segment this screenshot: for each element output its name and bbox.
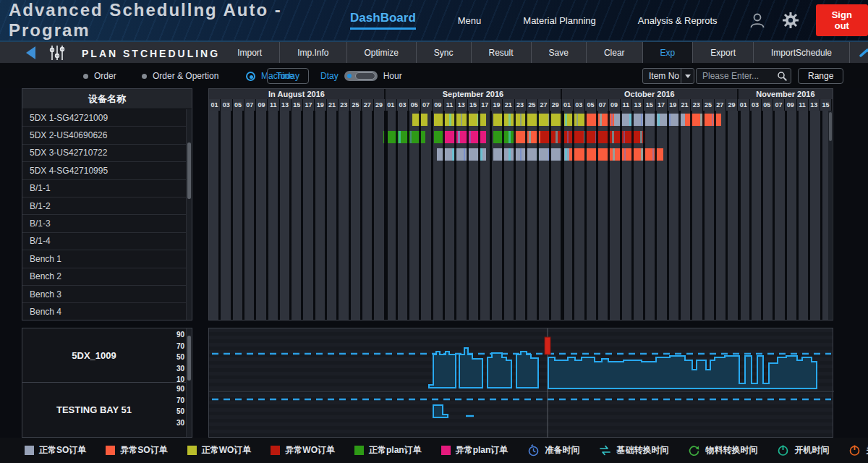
radio-machine-dot[interactable]: [246, 72, 255, 81]
y-axis-tick: 70: [176, 396, 184, 404]
day-label: 11: [444, 99, 456, 111]
gantt-bar-so_normal[interactable]: [493, 148, 569, 161]
toolbar-buttons: Import Imp.Info Optimize Sync Result Sav…: [220, 42, 868, 63]
so_normal-swatch: [25, 446, 34, 455]
gantt-bar-so_normal[interactable]: [437, 148, 486, 161]
gantt-bar-plan_normal[interactable]: [383, 131, 425, 143]
day-label: 29: [726, 99, 738, 111]
nav-menu[interactable]: Menu: [458, 15, 482, 26]
day-label: 09: [785, 99, 796, 111]
device-row[interactable]: Bench 4: [22, 303, 186, 320]
gantt-bar-plan_normal[interactable]: [493, 131, 514, 143]
day-label: 07: [421, 99, 433, 111]
utilization-step-area: [548, 356, 817, 388]
month-label: October 2016: [562, 89, 739, 99]
radio-order[interactable]: Order: [83, 64, 116, 88]
month-label: In August 2016: [209, 89, 386, 99]
radio-order-operation-dot[interactable]: [142, 74, 147, 79]
device-row[interactable]: B/1-4: [22, 233, 186, 250]
day-label: 05: [762, 99, 773, 111]
filter-bar: Order Order & Opertion Machine Today Dta…: [0, 64, 868, 88]
optimize-button[interactable]: Optimize: [346, 42, 416, 63]
device-row[interactable]: Bench 2: [22, 268, 186, 286]
sign-out-button[interactable]: Sign out: [816, 4, 868, 36]
search-icon[interactable]: [777, 71, 788, 85]
nav-dashboard[interactable]: DashBoard: [350, 11, 416, 30]
gantt-scrollbar[interactable]: [828, 111, 833, 320]
collapse-chevron-up-icon[interactable]: [849, 42, 868, 63]
imp-info-button[interactable]: Imp.Info: [279, 42, 346, 63]
y-axis-tick: 30: [176, 419, 184, 427]
day-label: 09: [433, 99, 444, 111]
device-panel: 设备名称 5DX 1-SG427210095DX 2-US406906265DX…: [22, 88, 192, 320]
gantt-bar-wo_normal[interactable]: [434, 114, 486, 126]
toggle-knob[interactable]: [355, 72, 375, 80]
sliders-icon[interactable]: [48, 45, 66, 63]
main-nav: DashBoard Menu Material Planning Analysi…: [350, 11, 718, 30]
device-row[interactable]: 5DX 4-SG42710995: [22, 162, 186, 179]
utilization-scrollbar[interactable]: [186, 328, 192, 437]
exp-button[interactable]: Exp: [642, 42, 693, 63]
day-label: 05: [585, 99, 597, 111]
radio-order-dot[interactable]: [83, 74, 88, 79]
device-row[interactable]: Bench 3: [22, 286, 186, 303]
device-scrollbar-thumb[interactable]: [187, 143, 191, 199]
toggle-right-label: Hour: [383, 71, 402, 81]
device-row[interactable]: B/1-1: [22, 180, 186, 197]
import-schedule-button[interactable]: ImportSchedule: [753, 42, 849, 63]
today-button[interactable]: Today: [267, 68, 309, 84]
item-no-dropdown-value: Item No: [643, 71, 679, 81]
device-row[interactable]: B/1-3: [22, 215, 186, 232]
user-icon[interactable]: [748, 11, 767, 30]
export-button[interactable]: Export: [692, 42, 753, 63]
import-button[interactable]: Import: [220, 42, 279, 63]
clock-icon: [527, 444, 540, 456]
save-button[interactable]: Save: [531, 42, 586, 63]
day-hour-toggle[interactable]: [344, 71, 378, 81]
nav-analysis-reports[interactable]: Analysis & Reprots: [638, 15, 718, 26]
result-button[interactable]: Result: [471, 42, 531, 63]
gantt-bar-so_error[interactable]: [569, 148, 663, 161]
gantt-bar-wo_normal[interactable]: [412, 114, 427, 126]
gantt-bar-so_normal[interactable]: [614, 114, 684, 126]
gantt-bar-plan_normal[interactable]: [434, 131, 443, 143]
gantt-bar-so_error[interactable]: [584, 114, 614, 126]
day-label: 07: [773, 99, 785, 111]
gantt-bar-so_error[interactable]: [685, 114, 721, 126]
device-row[interactable]: 5DX 3-US42710722: [22, 145, 186, 162]
range-button[interactable]: Range: [798, 68, 843, 84]
settings-gear-icon[interactable]: [781, 11, 800, 30]
device-row[interactable]: 5DX 1-SG42721009: [22, 109, 186, 127]
sync-button[interactable]: Sync: [416, 42, 471, 63]
day-label: 01: [386, 99, 397, 111]
day-label: 03: [397, 99, 409, 111]
device-row[interactable]: 5DX 2-US40690626: [22, 127, 186, 144]
legend-item: 异常WO订单: [271, 444, 335, 456]
gantt-bar-plan_error[interactable]: [443, 131, 485, 143]
day-label: 29: [550, 99, 561, 111]
day-label: 23: [339, 99, 350, 111]
back-arrow-icon[interactable]: [26, 46, 35, 59]
gantt-bar-so_error[interactable]: [514, 131, 540, 143]
day-label: 25: [527, 99, 538, 111]
device-row[interactable]: B/1-2: [22, 197, 186, 215]
item-no-dropdown[interactable]: Item No: [642, 68, 694, 84]
nav-material-planning[interactable]: Material Planning: [523, 15, 595, 26]
y-axis-tick: 50: [176, 353, 184, 361]
gantt-bar-wo_error[interactable]: [540, 131, 646, 143]
device-row[interactable]: Bench 1: [22, 250, 186, 268]
radio-order-operation[interactable]: Order & Opertion: [142, 64, 218, 88]
dropdown-chevron-icon[interactable]: [681, 69, 694, 83]
gantt-bar-wo_normal[interactable]: [493, 114, 584, 126]
toggle-left-label: Dtay: [320, 71, 339, 81]
so_error-swatch: [106, 446, 115, 455]
utilization-scrollbar-thumb[interactable]: [187, 336, 191, 381]
legend-item: 基础转换时间: [599, 444, 668, 456]
gantt-scrollbar-thumb[interactable]: [829, 112, 832, 141]
device-scrollbar[interactable]: [186, 109, 192, 320]
day-label: 11: [621, 99, 632, 111]
legend-item: 正常SO订单: [25, 444, 86, 456]
legend-bar: 正常SO订单异常SO订单正常WO订单异常WO订单正常plan订单异常plan订单…: [0, 438, 868, 463]
clear-button[interactable]: Clear: [586, 42, 642, 63]
plan-toolbar: PLAN STCHEDULING Import Imp.Info Optimiz…: [0, 42, 868, 64]
